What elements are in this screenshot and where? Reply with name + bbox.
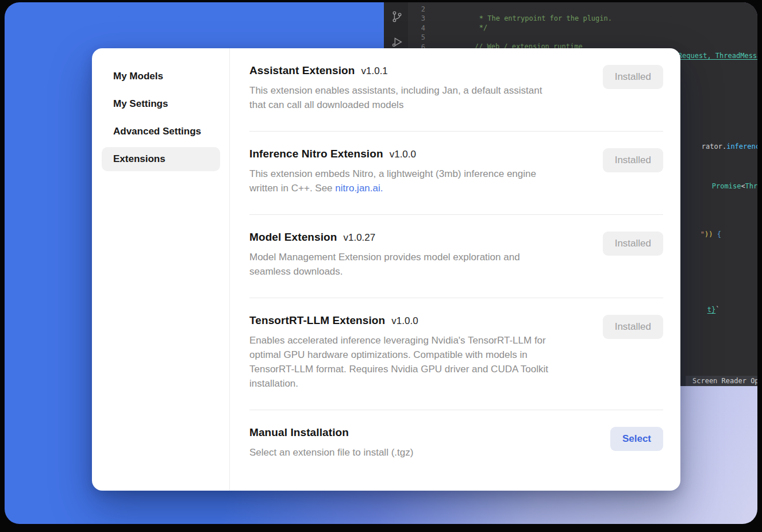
extension-name: Assistant Extension [249,64,355,77]
extension-description: Model Management Extension provides mode… [249,250,520,279]
sidebar-item-my-settings[interactable]: My Settings [102,92,220,116]
select-file-button[interactable]: Select [610,427,663,451]
extension-row-assistant: Assistant Extension v1.0.1 This extensio… [249,48,663,131]
nitro-jan-ai-link[interactable]: nitro.jan.ai. [335,183,383,194]
extension-row-model: Model Extension v1.0.27 Model Management… [249,215,663,298]
code-fragment-promise: Promise<ThreadMessage> [679,172,757,201]
extension-version: v1.0.0 [390,149,416,160]
sidebar-item-extensions[interactable]: Extensions [102,147,220,171]
extension-name: Model Extension [249,231,337,244]
desktop-background: 2 3 4 5 6 * The entrypoint for the plugi… [0,0,762,532]
extension-name: Manual Installation [249,426,349,439]
line-numbers: 2 3 4 5 6 [411,5,425,52]
installed-button[interactable]: Installed [603,232,663,256]
extension-description: This extension enables assistants, inclu… [249,83,542,112]
extension-row-inference-nitro: Inference Nitro Extension v1.0.0 This ex… [249,132,663,214]
extension-description: Enables accelerated inference leveraging… [249,333,548,391]
run-debug-icon[interactable] [391,36,403,48]
extension-name: TensortRT-LLM Extension [249,314,385,327]
settings-modal: My Models My Settings Advanced Settings … [92,48,680,491]
settings-sidebar: My Models My Settings Advanced Settings … [92,48,230,491]
sidebar-item-my-models[interactable]: My Models [102,64,220,88]
app-window: 2 3 4 5 6 * The entrypoint for the plugi… [5,2,757,524]
installed-button[interactable]: Installed [603,148,663,172]
extension-version: v1.0.1 [361,65,388,77]
extension-name: Inference Nitro Extension [249,148,383,160]
installed-button[interactable]: Installed [603,65,663,89]
extension-version: v1.0.0 [391,315,418,327]
code-fragment-template: t}` [674,296,719,324]
sidebar-item-advanced-settings[interactable]: Advanced Settings [102,119,220,144]
screen-reader-optimized-badge[interactable]: Screen Reader Optimized [686,376,757,386]
extension-description: This extension embeds Nitro, a lightweig… [249,167,536,195]
extension-row-manual-installation: Manual Installation Select an extension … [249,410,663,479]
extensions-list: Assistant Extension v1.0.1 This extensio… [230,48,680,491]
extension-version: v1.0.27 [343,232,375,244]
extension-row-tensorrt-llm: TensortRT-LLM Extension v1.0.0 Enables a… [249,298,663,410]
code-fragment-inference: rator.inference(data)); [668,133,757,161]
extension-description: Select an extension file to install (.tg… [249,445,413,460]
installed-button[interactable]: Installed [603,315,663,339]
source-control-icon[interactable] [391,10,403,23]
